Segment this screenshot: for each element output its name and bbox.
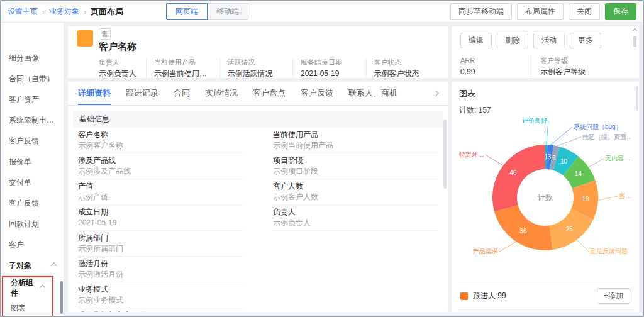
layout-properties-button[interactable]: 布局属性 <box>517 3 564 20</box>
breadcrumb-item-business-objects[interactable]: 业务对象 <box>49 6 79 17</box>
detail-tabs: 详细资料 跟进记录 合同 实施情况 客户盘点 客户反馈 联系人、商机 <box>68 82 448 106</box>
field-value: 示例项目阶段 <box>273 167 438 176</box>
field-label: 客户等级 <box>540 57 629 65</box>
detail-card: 详细资料 跟进记录 合同 实施情况 客户盘点 客户反馈 联系人、商机 基础信息 <box>68 82 448 312</box>
main-content: 售 客户名称 负责人 示例负责人 当前使用产品 示例当前使用产品 <box>64 23 643 316</box>
sidebar-scrollbar[interactable] <box>60 281 63 314</box>
sidebar-item[interactable]: 合同（自带） <box>1 69 64 89</box>
detail-field: 涉及产品线 示例涉及产品线 <box>78 153 243 179</box>
tab-web-view[interactable]: 网页端 <box>166 3 208 20</box>
tab-contacts-opportunities[interactable]: 联系人、商机 <box>348 82 397 105</box>
chart-panel: 图表 计数: 157 1评价良好3系统问题（bug）3拖延（慢、页面…1014无… <box>452 82 639 312</box>
field-label: ARR <box>460 57 531 65</box>
panel-scrollbar[interactable] <box>636 86 638 111</box>
scroll-up-icon[interactable] <box>632 28 636 33</box>
customer-header-text: 售 客户名称 <box>99 28 136 53</box>
summary-field: 当前使用产品 示例当前使用产品 <box>146 58 219 78</box>
sidebar-group-label: 分析组件 <box>11 277 40 299</box>
sidebar-group-subobjects[interactable]: 子对象 <box>1 255 64 276</box>
chevron-up-icon <box>40 285 46 291</box>
tabs-scroll-right-icon[interactable] <box>433 91 439 97</box>
detail-field: 成立日期 2021-05-19 <box>78 205 243 231</box>
tab-implementation[interactable]: 实施情况 <box>205 82 238 105</box>
sidebar-item[interactable]: 客户资产 <box>1 89 64 110</box>
detail-scrollbar[interactable] <box>443 120 447 189</box>
sidebar-group-label: 子对象 <box>9 260 31 271</box>
record-fields: ARR 0.99 客户等级 示例客户等级 <box>460 57 629 77</box>
summary-fields: 负责人 示例负责人 当前使用产品 示例当前使用产品 活跃情况 示例活跃情况 <box>77 58 439 78</box>
top-bar: 设置主页 业务对象 页面布局 网页端 移动端 同步至移动端 布局属性 关闭 保存 <box>1 1 643 23</box>
field-label: 客户状态 <box>374 58 432 67</box>
sidebar-item[interactable]: 报价单 <box>1 152 64 172</box>
summary-field: 活跃情况 示例活跃情况 <box>219 58 293 78</box>
annotation-highlight-box: 分析组件 图表 报表 <box>2 276 53 316</box>
svg-text:14: 14 <box>575 170 582 177</box>
tab-customer-feedback[interactable]: 客户反馈 <box>301 82 333 105</box>
summary-row: 售 客户名称 负责人 示例负责人 当前使用产品 示例当前使用产品 <box>68 26 639 78</box>
tab-customer-review[interactable]: 客户盘点 <box>253 82 286 105</box>
edit-button[interactable]: 编辑 <box>460 33 492 48</box>
sidebar-item[interactable]: 回款计划 <box>1 214 64 235</box>
detail-field: 升级为标杆客户月份 2021-05-19 <box>78 308 243 312</box>
scrollbar-thumb[interactable] <box>633 36 636 47</box>
customer-name-title: 客户名称 <box>99 41 136 53</box>
detail-field: 所属部门 示例所属部门 <box>78 231 243 257</box>
delete-button[interactable]: 删除 <box>497 33 528 48</box>
tab-follow-records[interactable]: 跟进记录 <box>126 82 158 105</box>
app-window: 设置主页 业务对象 页面布局 网页端 移动端 同步至移动端 布局属性 关闭 保存… <box>0 0 644 317</box>
tab-contract[interactable]: 合同 <box>174 82 190 105</box>
sidebar-item[interactable]: 客户 <box>1 235 64 255</box>
field-value: 示例负责人 <box>99 69 138 78</box>
sidebar-item-chart[interactable]: 图表 <box>3 298 52 316</box>
field-label: 成立日期 <box>78 208 243 217</box>
field-value: 示例活跃情况 <box>228 69 286 78</box>
sidebar-group-analysis-components[interactable]: 分析组件 <box>3 277 52 298</box>
sidebar-item[interactable]: 交付单 <box>1 172 64 193</box>
svg-text:3: 3 <box>552 155 556 162</box>
detail-left-column: 客户名称 示例客户名称 涉及产品线 示例涉及产品线 产值 示例产值 <box>78 128 243 312</box>
customer-tag: 售 <box>99 28 111 40</box>
breadcrumb-item-settings-home[interactable]: 设置主页 <box>8 6 38 17</box>
breadcrumb-item-page-layout: 页面布局 <box>91 6 123 18</box>
record-actions: 编辑 删除 活动 更多 <box>460 33 629 48</box>
record-field: 客户等级 示例客户等级 <box>531 57 629 77</box>
svg-text:评价良好: 评价良好 <box>522 117 547 124</box>
svg-text:25: 25 <box>566 226 574 233</box>
activity-button[interactable]: 活动 <box>533 33 565 48</box>
sidebar-item[interactable]: 细分画像 <box>1 48 64 69</box>
sidebar-item[interactable]: 客户反馈 <box>1 193 64 214</box>
save-button[interactable]: 保存 <box>605 3 636 20</box>
breadcrumb-separator <box>42 8 45 16</box>
field-value: 示例客户状态 <box>374 69 432 78</box>
close-button[interactable]: 关闭 <box>569 3 600 20</box>
detail-field: 产值 示例产值 <box>78 179 243 205</box>
card-scrollbar[interactable] <box>631 29 638 75</box>
tab-detail-info[interactable]: 详细资料 <box>78 82 111 105</box>
customer-icon <box>77 30 93 47</box>
field-label: 当前使用产品 <box>273 130 438 140</box>
svg-text:系统问题（bug）: 系统问题（bug） <box>574 123 622 130</box>
user-row[interactable]: 头 用户名 示例客户负责人 <box>459 310 631 312</box>
field-value: 示例负责人 <box>273 218 438 228</box>
field-value: 0.99 <box>460 67 531 77</box>
svg-text:46: 46 <box>510 169 518 176</box>
summary-field: 客户状态 示例客户状态 <box>366 58 440 78</box>
more-button[interactable]: 更多 <box>570 33 601 48</box>
sidebar-item[interactable]: 客户反馈 <box>1 131 64 152</box>
donut-chart[interactable]: 1评价良好3系统问题（bug）3拖延（慢、页面…1014无内容…19客…25意见… <box>459 117 631 282</box>
field-label: 项目阶段 <box>273 156 438 165</box>
record-actions-card: 编辑 删除 活动 更多 ARR 0.99 客户等级 示例客户等级 <box>452 26 639 78</box>
summary-field: 负责人 示例负责人 <box>77 58 146 78</box>
add-button[interactable]: +添加 <box>597 288 630 304</box>
field-label: 服务结束日期 <box>301 58 358 67</box>
summary-field: 服务结束日期 2021-05-19 <box>292 58 366 78</box>
sync-to-mobile-button[interactable]: 同步至移动端 <box>450 3 512 20</box>
field-value: 示例激活月份 <box>78 270 243 279</box>
breadcrumb-separator <box>84 8 86 16</box>
svg-text:无内容…: 无内容… <box>605 155 630 162</box>
sidebar-item[interactable]: 系统限制申请明细 <box>1 110 64 131</box>
svg-text:3: 3 <box>548 153 552 160</box>
tab-mobile-view[interactable]: 移动端 <box>207 3 248 20</box>
field-value: 示例当前使用产品 <box>273 141 438 150</box>
field-value: 示例客户人数 <box>273 192 438 202</box>
